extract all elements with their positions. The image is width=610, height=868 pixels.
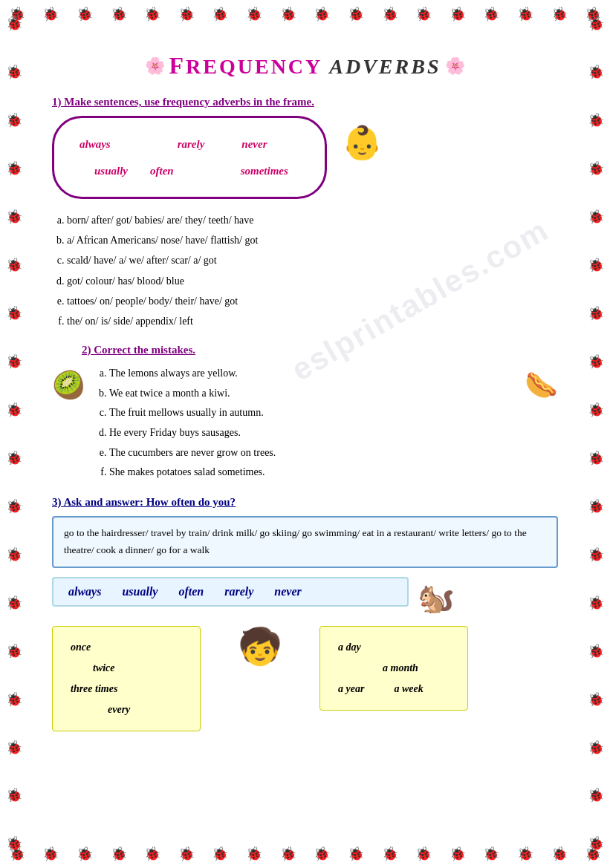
list-item: got/ colour/ has/ blood/ blue: [67, 272, 558, 290]
list-item: The cucumbers are never grow on trees.: [109, 443, 513, 463]
hotdog-icon: 🌭: [525, 370, 558, 401]
activities-box: go to the hairdresser/ travel by train/ …: [52, 516, 558, 568]
title-area: 🌸 FREQUENCY ADVERBS 🌸: [52, 52, 558, 79]
adverb-never: never: [241, 133, 267, 155]
adverb-sometimes: sometimes: [241, 160, 288, 182]
list-item: tattoes/ on/ people/ body/ their/ have/ …: [67, 292, 558, 310]
list-item: the/ on/ is/ side/ appendix/ left: [67, 312, 558, 330]
adverbs-frame: always rarely never usually often someti…: [52, 116, 327, 199]
right-box-item-week: a week: [394, 679, 423, 699]
section1: 1) Make sentences, use frequency adverbs…: [52, 96, 558, 330]
bottom-row: once twice three times every 🧒 a day a m…: [52, 626, 558, 731]
adverb-always: always: [80, 133, 111, 155]
page: 🐞🐞🐞 🐞🐞🐞 🐞🐞🐞 🐞🐞🐞 🐞🐞🐞 🐞🐞🐞 🐞🐞🐞 🐞🐞🐞 🐞🐞🐞 🐞🐞🐞 …: [0, 0, 610, 868]
left-box-item-every: every: [108, 699, 182, 720]
kid-icon: 🧒: [238, 626, 282, 668]
freq-always: always: [68, 585, 101, 598]
freq-rarely: rarely: [224, 585, 253, 598]
freq-usually: usually: [122, 585, 158, 598]
left-box-item-once: once: [71, 637, 182, 658]
kiwi-icon: 🥝: [52, 370, 85, 401]
section2-content: 🥝 The lemons always are yellow. We eat t…: [52, 364, 558, 483]
freq-often: often: [178, 585, 204, 598]
list-item: The fruit mellows usually in autumn.: [109, 403, 513, 423]
adverb-rarely: rarely: [178, 133, 205, 155]
list-item: a/ African Americans/ nose/ have/ flatti…: [67, 231, 558, 249]
list-item: He every Friday buys sausages.: [109, 423, 513, 443]
freq-bar: always usually often rarely never: [52, 577, 409, 607]
main-content: 🌸 FREQUENCY ADVERBS 🌸 1) Make sentences,…: [52, 52, 558, 731]
right-box-item-month: a month: [383, 658, 450, 679]
freq-never: never: [274, 585, 301, 598]
freq-bar-wrapper: always usually often rarely never 🐿️: [52, 577, 558, 620]
section1-heading: 1) Make sentences, use frequency adverbs…: [52, 96, 558, 108]
section1-content: always rarely never usually often someti…: [52, 116, 558, 211]
flower-left-icon: 🌸: [145, 56, 165, 76]
list-item: We eat twice a month a kiwi.: [109, 384, 513, 404]
border-right: 🐞🐞🐞 🐞🐞🐞 🐞🐞🐞 🐞🐞🐞 🐞🐞🐞 🐞🐞🐞: [582, 0, 610, 868]
section3: 3) Ask and answer: How often do you? go …: [52, 496, 558, 731]
flower-right-icon: 🌸: [445, 56, 465, 76]
left-yellow-box: once twice three times every: [52, 626, 201, 731]
right-box-item-year: a year: [338, 679, 364, 699]
adverb-often: often: [150, 160, 174, 182]
border-left: 🐞🐞🐞 🐞🐞🐞 🐞🐞🐞 🐞🐞🐞 🐞🐞🐞 🐞🐞🐞: [0, 0, 28, 868]
right-box-item-day: a day: [338, 637, 450, 658]
list-item: born/ after/ got/ babies/ are/ they/ tee…: [67, 211, 558, 229]
border-bottom: 🐞🐞🐞 🐞🐞🐞 🐞🐞🐞 🐞🐞🐞 🐞🐞🐞 🐞🐞🐞: [0, 840, 610, 868]
baby-face-icon: 👶: [342, 123, 383, 162]
adverb-usually: usually: [94, 160, 128, 182]
left-box-item-three-times: three times: [71, 679, 182, 699]
right-yellow-box: a day a month a year a week: [319, 626, 468, 711]
list-item: scald/ have/ a/ we/ after/ scar/ a/ got: [67, 251, 558, 270]
section2-sentences: The lemons always are yellow. We eat twi…: [109, 364, 513, 483]
border-top: 🐞🐞🐞 🐞🐞🐞 🐞🐞🐞 🐞🐞🐞 🐞🐞🐞 🐞🐞🐞: [0, 0, 610, 28]
left-box-item-twice: twice: [93, 658, 182, 679]
section2: 2) Correct the mistakes. 🥝 The lemons al…: [52, 344, 558, 483]
page-title: FREQUENCY ADVERBS: [169, 52, 441, 79]
section2-heading: 2) Correct the mistakes.: [82, 344, 558, 356]
list-item: The lemons always are yellow.: [109, 364, 513, 384]
list-item: She makes potatoes salad sometimes.: [109, 463, 513, 483]
section3-heading: 3) Ask and answer: How often do you?: [52, 496, 558, 509]
section1-sentences: born/ after/ got/ babies/ are/ they/ tee…: [67, 211, 558, 330]
squirrel-icon: 🐿️: [418, 581, 455, 616]
